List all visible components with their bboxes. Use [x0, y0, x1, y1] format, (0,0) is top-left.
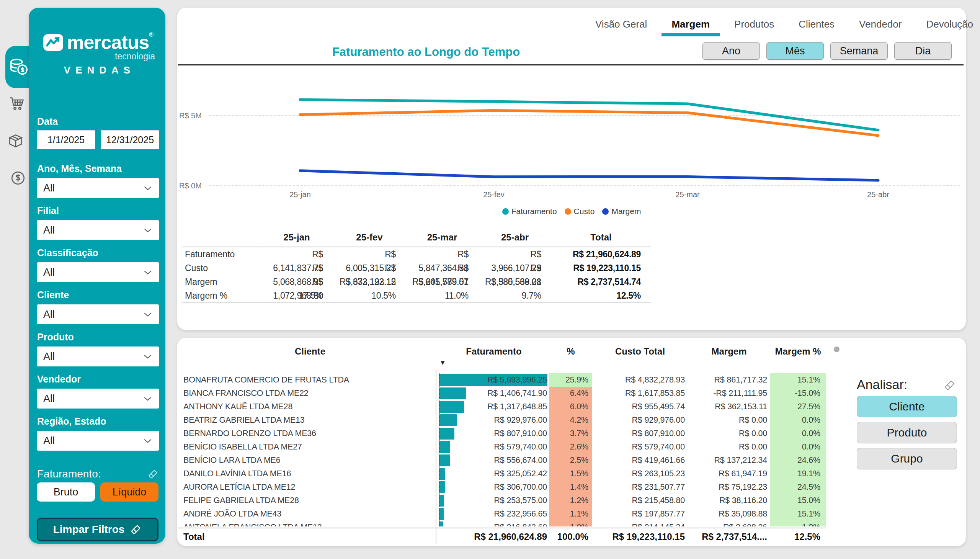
- period-button-label: Mês: [785, 45, 805, 57]
- filter-block: Produto All: [37, 332, 160, 366]
- client-table-row[interactable]: BENÍCIO ISABELLA LTDA ME27 R$ 579,740.00…: [182, 440, 826, 454]
- chevron-down-icon: [143, 436, 153, 446]
- filter-label: Cliente: [37, 289, 160, 301]
- report-tab[interactable]: Devolução: [926, 18, 973, 30]
- total-margem: R$ 2,737,514....: [688, 529, 770, 544]
- report-tab[interactable]: Visão Geral: [595, 18, 647, 30]
- column-header-cliente[interactable]: Cliente: [182, 343, 438, 360]
- client-faturamento-cell: R$ 216,843.60: [438, 521, 549, 526]
- client-table-row[interactable]: BIANCA FRANCISCO LTDA ME22 R$ 1,406,741.…: [182, 387, 826, 400]
- client-table-row[interactable]: BEATRIZ GABRIELA LTDA ME13 R$ 929,976.00…: [182, 413, 826, 427]
- client-faturamento-cell: R$ 579,740.00: [438, 440, 549, 454]
- client-table-row[interactable]: AURORA LETÍCIA LTDA ME12 R$ 306,700.00 1…: [182, 481, 826, 494]
- analisar-option-label: Produto: [887, 426, 927, 439]
- period-button[interactable]: Ano: [702, 42, 760, 60]
- coins-dollar-icon: [8, 57, 29, 77]
- summary-row[interactable]: Faturamento R$ 6,141,837.75 R$ 6,005,315…: [182, 247, 651, 261]
- client-name: BENÍCIO LARA LTDA ME6: [182, 454, 438, 467]
- dropdown-selected-value: All: [43, 309, 55, 321]
- filter-dropdown[interactable]: All: [37, 431, 159, 451]
- liquido-button[interactable]: Líquido: [100, 483, 159, 501]
- eraser-icon[interactable]: [147, 468, 159, 480]
- client-name: BONAFRUTA COMERCIO DE FRUTAS LTDA: [182, 373, 438, 387]
- client-table-row[interactable]: BONAFRUTA COMERCIO DE FRUTAS LTDA R$ 5,6…: [182, 373, 826, 387]
- dollar-circle-icon: [10, 170, 26, 187]
- summary-value: 10.5%: [333, 289, 406, 303]
- period-selector: Ano Mês Semana Dia: [702, 42, 952, 60]
- period-button[interactable]: Mês: [767, 42, 824, 60]
- bruto-button[interactable]: Bruto: [37, 483, 95, 501]
- client-table-row[interactable]: ANTONELA FRANCISCO LTDA ME13 R$ 216,843.…: [182, 521, 826, 526]
- legend-item[interactable]: Margem: [602, 207, 641, 216]
- nav-rail-item-products[interactable]: [7, 132, 24, 149]
- legend-item[interactable]: Custo: [565, 207, 595, 216]
- eraser-icon[interactable]: [942, 378, 956, 392]
- filter-dropdown[interactable]: All: [37, 347, 159, 366]
- column-header-margem[interactable]: Margem: [688, 343, 770, 360]
- filter-dropdown[interactable]: All: [37, 220, 159, 240]
- date-to-input[interactable]: 12/31/2025: [101, 130, 159, 149]
- date-from-input[interactable]: 1/1/2025: [37, 130, 95, 149]
- report-tab[interactable]: Produtos: [734, 18, 774, 30]
- period-button[interactable]: Dia: [894, 42, 952, 60]
- cart-icon: [8, 95, 25, 112]
- client-faturamento-cell: R$ 325,052.42: [438, 467, 549, 481]
- client-custo-cell: R$ 214,145.34: [592, 521, 688, 526]
- report-tab[interactable]: Margem: [671, 18, 710, 30]
- nav-rail-item-vendas-active[interactable]: [5, 46, 32, 88]
- sort-descending-icon[interactable]: ▼: [440, 359, 446, 367]
- client-table-row[interactable]: ANDRÉ JOÃO LTDA ME43 R$ 232,956.65 1.1% …: [182, 507, 826, 521]
- filter-dropdown[interactable]: All: [37, 262, 159, 282]
- period-button[interactable]: Semana: [830, 42, 888, 60]
- data-bar: [439, 428, 454, 440]
- nav-rail-item-finance[interactable]: [10, 170, 26, 187]
- summary-column-header: [182, 228, 260, 246]
- report-tab[interactable]: Vendedor: [859, 18, 902, 30]
- client-table-row[interactable]: ANTHONY KAUÊ LTDA ME28 R$ 1,317,648.85 6…: [182, 400, 826, 413]
- column-header-faturamento[interactable]: Faturamento: [438, 343, 549, 360]
- filter-dropdown[interactable]: All: [37, 178, 159, 198]
- client-faturamento-cell: R$ 253,575.00: [438, 494, 549, 507]
- limpar-filtros-button[interactable]: Limpar Filtros: [37, 518, 159, 541]
- chevron-down-icon: [143, 309, 153, 319]
- client-pct-cell: 2.6%: [549, 440, 592, 454]
- client-custo-cell: R$ 1,617,853.85: [592, 387, 688, 400]
- column-header-margem-pct[interactable]: Margem %: [770, 343, 826, 360]
- client-table-row[interactable]: BERNARDO LORENZO LTDA ME36 R$ 807,910.00…: [182, 427, 826, 440]
- summary-value: 17.5%: [260, 289, 333, 303]
- total-custo: R$ 19,223,110.15: [592, 529, 688, 544]
- nav-rail-item-cart[interactable]: [8, 95, 25, 112]
- client-faturamento-value: R$ 807,910.00: [494, 429, 549, 438]
- filter-dropdown[interactable]: All: [37, 389, 159, 408]
- scrollbar-thumb[interactable]: [834, 347, 840, 352]
- summary-value: R$ 5,201,579.07: [406, 261, 479, 275]
- period-button-label: Semana: [840, 45, 879, 57]
- summary-matrix-header: 25-jan25-fev25-mar25-abrTotal: [182, 228, 651, 247]
- client-table-row[interactable]: DANILO LAVÍNIA LTDA ME16 R$ 325,052.42 1…: [182, 467, 826, 481]
- filter-dropdown[interactable]: All: [37, 304, 159, 324]
- client-table-row[interactable]: BENÍCIO LARA LTDA ME6 R$ 556,674.00 2.5%…: [182, 454, 826, 467]
- chevron-down-icon: [143, 183, 153, 193]
- client-margem-cell: R$ 35,098.88: [688, 507, 770, 521]
- column-header-pct[interactable]: %: [549, 343, 592, 360]
- analisar-option-button[interactable]: Cliente: [857, 396, 957, 417]
- summary-row[interactable]: Margem % 17.5% 10.5% 11.0% 9.7% 12.5%: [182, 289, 651, 303]
- client-custo-cell: R$ 263,105.23: [592, 467, 688, 481]
- column-header-custo-total[interactable]: Custo Total: [592, 343, 688, 360]
- client-faturamento-cell: R$ 556,674.00: [438, 454, 549, 467]
- client-table-body: BONAFRUTA COMERCIO DE FRUTAS LTDA R$ 5,6…: [182, 373, 826, 526]
- filter-dropdown-list: Ano, Mês, Semana All Filial All: [37, 163, 160, 458]
- analisar-option-button[interactable]: Produto: [857, 422, 957, 443]
- analisar-option-button[interactable]: Grupo: [857, 448, 957, 470]
- summary-value: R$ 6,005,315.27: [333, 247, 406, 261]
- client-table-row[interactable]: FELIPE GABRIELA LTDA ME28 R$ 253,575.00 …: [182, 494, 826, 507]
- client-custo-cell: R$ 4,832,278.93: [592, 373, 688, 387]
- client-faturamento-value: R$ 929,976.00: [494, 415, 549, 425]
- summary-matrix-body: Faturamento R$ 6,141,837.75 R$ 6,005,315…: [182, 247, 651, 303]
- legend-item[interactable]: Faturamento: [502, 207, 557, 216]
- client-name: BENÍCIO ISABELLA LTDA ME27: [182, 440, 438, 454]
- report-tab[interactable]: Clientes: [798, 18, 835, 30]
- summary-row[interactable]: Custo R$ 5,068,868.95 R$ 5,372,123.12 R$…: [182, 261, 651, 275]
- summary-value: R$ 6,141,837.75: [260, 247, 333, 261]
- summary-row[interactable]: Margem R$ 1,072,968.80 R$ 633,192.15 R$ …: [182, 275, 651, 289]
